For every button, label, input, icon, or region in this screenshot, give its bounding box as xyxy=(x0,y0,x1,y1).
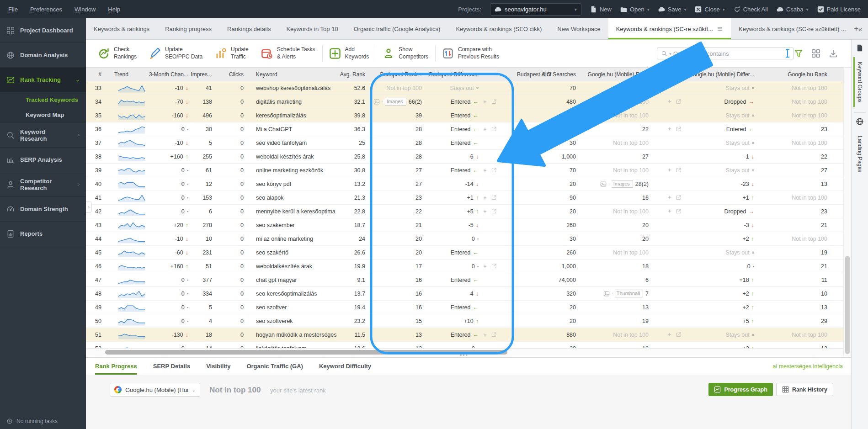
table-row[interactable]: 480▪3340seo keresőoptimalizálás13.716-4↓… xyxy=(86,287,843,301)
column-header-clk[interactable]: Clicks xyxy=(218,68,249,81)
keyword-cell[interactable]: seo könyv pdf xyxy=(249,177,341,191)
layout-grid-icon[interactable] xyxy=(811,49,820,58)
column-header-gmd[interactable]: Google.hu (Mobile) Differ... xyxy=(702,68,772,81)
progress-graph-button[interactable]: Progress Graph xyxy=(708,383,772,396)
check-all-button[interactable]: Check All xyxy=(734,6,768,13)
tab-organic-traffic-ga-[interactable]: Organic Traffic (GA) xyxy=(246,358,303,375)
workspace-tab-3[interactable]: Keywords in Top 10 xyxy=(278,18,346,39)
column-header-spark[interactable]: Trend xyxy=(110,68,145,81)
table-row[interactable]: 35-160↓4960keresőoptimalizálás39.839Ente… xyxy=(86,109,843,122)
save-button[interactable]: Save▾ xyxy=(658,6,687,13)
workspace-tab-7[interactable]: Keywords & rankings (SC-re szűkít... xyxy=(608,18,731,39)
table-row[interactable]: 360▪300Mi a ChatGPT36.328Entered←14022En… xyxy=(86,122,843,136)
column-header-imp[interactable]: Impres... xyxy=(193,68,218,81)
check-rankings-button[interactable]: Check Rankings xyxy=(98,46,137,60)
sidebar-item-tracked-keywords[interactable]: Tracked Keywords xyxy=(0,92,86,107)
table-row[interactable]: 490▪50seo szoftver19.416Entered←2013+2↑1… xyxy=(86,301,843,314)
side-tab-landing-pages[interactable]: Landing Pages xyxy=(857,131,863,177)
keyword-cell[interactable]: seo szoftverek xyxy=(249,314,341,328)
table-row[interactable]: 38+160↑2550weboldal készítés árak25.828-… xyxy=(86,150,843,164)
workspace-tab-8[interactable]: Keywords & rankings (SC-re szűkített) ..… xyxy=(731,18,854,39)
keyword-cell[interactable]: digitális marketing xyxy=(249,95,341,108)
column-header-ghr[interactable]: Google.hu Rank xyxy=(772,68,843,81)
quick-filter[interactable]: ▾ xyxy=(657,48,794,59)
table-row[interactable]: 400▪120seo könyv pdf13.227-14↓20Images28… xyxy=(86,177,843,191)
keyword-cell[interactable]: mi az online marketing xyxy=(249,232,341,245)
keyword-cell[interactable]: weboldalkészítés árak xyxy=(249,260,341,273)
keyword-cell[interactable]: Mi a ChatGPT xyxy=(249,122,341,136)
keyword-cell[interactable]: webshop keresőoptimalizálás xyxy=(249,81,341,95)
panel-resize-handle[interactable]: ••• xyxy=(460,352,469,359)
sidebar-item-serp-analysis[interactable]: SERP Analysis xyxy=(0,148,86,172)
table-row[interactable]: 51-130↓180hogyan működik a mesterséges11… xyxy=(86,328,843,342)
quick-filter-input[interactable] xyxy=(673,50,790,57)
keyword-cell[interactable]: seo szoftver xyxy=(249,301,341,314)
close-button[interactable]: Close▾ xyxy=(695,6,724,13)
table-row[interactable]: 46+160↑510weboldalkészítés árak19.9170▪1… xyxy=(86,260,843,273)
workspace-tab-0[interactable]: Keywords & rankings xyxy=(86,18,157,39)
keyword-cell[interactable]: seo szakértő xyxy=(249,246,341,259)
sidebar-item-domain-strength[interactable]: Domain Strength xyxy=(0,197,86,222)
keyword-cell[interactable]: seo videó tanfolyam xyxy=(249,136,341,149)
column-header-gmr[interactable]: Google.hu (Mobile) Rank xyxy=(593,68,665,81)
add-tab-button[interactable]: + xyxy=(854,18,858,39)
sidebar-item-reports[interactable]: Reports xyxy=(0,222,86,246)
sidebar-item-keyword-research[interactable]: Keyword Research› xyxy=(0,123,86,148)
vertical-scrollbar-thumb[interactable] xyxy=(845,256,850,354)
update-traffic-button[interactable]: Update Traffic xyxy=(215,46,249,60)
column-header-n[interactable]: # xyxy=(86,68,110,81)
menu-preferences[interactable]: Preferences xyxy=(30,6,62,13)
table-row[interactable]: 43+20↑2780seo szakember18.721-5↓26020-3↓… xyxy=(86,218,843,232)
add-keywords-button[interactable]: Add Keywords xyxy=(329,46,369,60)
table-row[interactable]: 390▪610online marketing eszközök30.827En… xyxy=(86,164,843,177)
ai-overview-link[interactable]: ai mesterséges intelligencia xyxy=(772,358,851,375)
keyword-cell[interactable]: keresőoptimalizálás xyxy=(249,109,341,122)
workspace-tab-4[interactable]: Organic traffic (Google Analytics) xyxy=(346,18,448,39)
horizontal-scrollbar-thumb[interactable] xyxy=(105,350,507,355)
project-selector[interactable]: seonavigator.hu ▾ xyxy=(490,3,581,16)
keyword-cell[interactable]: seo keresőoptimalizálás xyxy=(249,287,341,300)
sidebar-item-project-dashboard[interactable]: Project Dashboard xyxy=(0,18,86,43)
table-row[interactable]: 33-10↓410webshop keresőoptimalizálás52.6… xyxy=(86,81,843,95)
search-engine-selector[interactable]: Google.hu (Mobile) (Hung... ⌄ xyxy=(110,383,200,397)
csaba-button[interactable]: Csaba▾ xyxy=(777,6,809,13)
column-header-avg[interactable]: Avg. Rank xyxy=(341,68,370,81)
column-header-br[interactable]: Budapest Rank▾ xyxy=(370,68,437,81)
table-row[interactable]: 44-10↓100mi az online marketing24200▪302… xyxy=(86,232,843,246)
keyword-cell[interactable]: hogyan működik a mesterséges xyxy=(249,328,341,341)
column-header-chg[interactable]: 3-Month Chan... xyxy=(145,68,193,81)
column-header-src[interactable]: # of Searches xyxy=(543,68,593,81)
sidebar-item-domain-analysis[interactable]: Domain Analysis xyxy=(0,43,86,68)
download-icon[interactable] xyxy=(829,49,838,58)
table-row[interactable]: 410▪1530seo alapok21.323+1↑9016+1↑Not in… xyxy=(86,191,843,205)
column-header-bd[interactable]: Budapest Difference xyxy=(437,68,514,81)
table-row[interactable]: 34-70↓1380digitális marketing32.1Images6… xyxy=(86,95,843,109)
keyword-cell[interactable]: weboldal készítés árak xyxy=(249,150,341,163)
compare-with-previous-results-button[interactable]: Compare with Previous Results xyxy=(442,46,499,60)
sidebar-item-competitor-research[interactable]: Competitor Research› xyxy=(0,172,86,197)
sidebar-item-rank-tracking[interactable]: Rank Tracking⌄ xyxy=(0,68,86,92)
new-button[interactable]: New xyxy=(590,6,612,13)
schedule-tasks-alerts-button[interactable]: Schedule Tasks & Alerts xyxy=(261,46,315,60)
table-row[interactable]: 470▪3770chat gpt magyar9.116Entered←74,0… xyxy=(86,273,843,287)
collapse-tabs-icon[interactable]: « xyxy=(858,18,868,39)
column-header-aio[interactable]: Budapest AIO xyxy=(514,68,543,81)
vertical-scrollbar[interactable] xyxy=(843,68,851,356)
workspace-tab-5[interactable]: Keywords & rankings (SEO cikk) xyxy=(448,18,549,39)
menu-file[interactable]: File xyxy=(8,6,18,13)
table-row[interactable]: 45-60↓2310seo szakértő26.620Entered←260N… xyxy=(86,246,843,260)
paid-license-button[interactable]: Paid License xyxy=(817,6,861,13)
keyword-cell[interactable]: mennyibe kerül a keresőoptima xyxy=(249,205,341,218)
update-seo-ppc-data-button[interactable]: Update SEO/PPC Data xyxy=(149,46,202,60)
tab-serp-details[interactable]: SERP Details xyxy=(153,358,190,375)
workspace-tab-2[interactable]: Rankings details xyxy=(219,18,278,39)
keyword-cell[interactable]: online marketing eszközök xyxy=(249,164,341,177)
sidebar-expand-handle[interactable]: › xyxy=(86,201,92,213)
sidebar-item-keyword-map[interactable]: Keyword Map xyxy=(0,107,86,122)
keyword-cell[interactable]: seo szakember xyxy=(249,218,341,232)
menu-help[interactable]: Help xyxy=(108,6,120,13)
tab-rank-progress[interactable]: Rank Progress xyxy=(95,358,137,375)
table-row[interactable]: 500▪40seo szoftverek23.215+10↑2019+5↑29 xyxy=(86,314,843,328)
open-button[interactable]: Open▾ xyxy=(620,6,650,13)
table-row[interactable]: 37-10↓50seo videó tanfolyam2528Entered←3… xyxy=(86,136,843,150)
